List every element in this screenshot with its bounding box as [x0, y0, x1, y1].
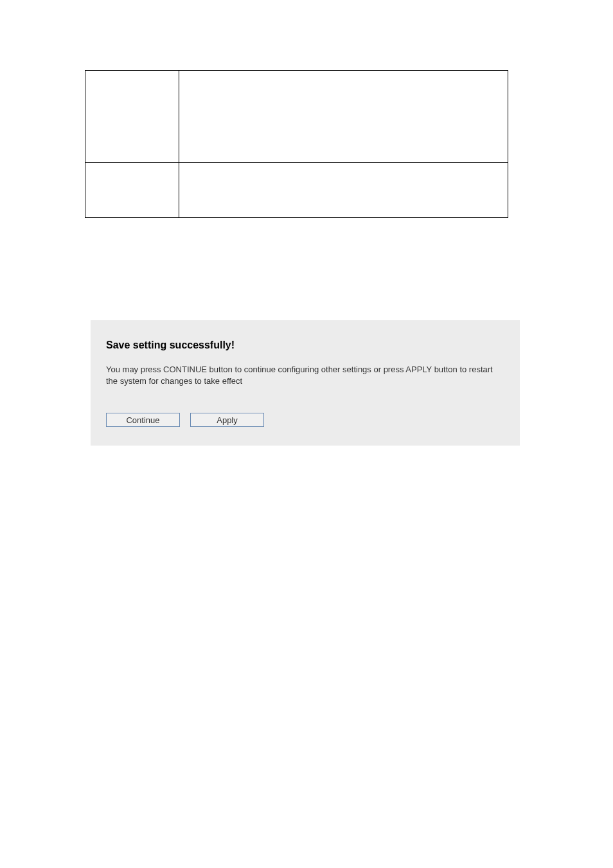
table-row — [85, 163, 508, 217]
apply-button[interactable]: Apply — [190, 413, 264, 427]
table-row — [85, 71, 508, 163]
table-cell-left — [85, 163, 179, 217]
panel-message: You may press CONTINUE button to continu… — [106, 364, 498, 387]
panel-title: Save setting successfully! — [106, 339, 504, 351]
confirmation-panel: Save setting successfully! You may press… — [91, 320, 520, 446]
table-cell-right — [179, 71, 508, 162]
table-cell-right — [179, 163, 508, 217]
button-row: Continue Apply — [106, 413, 504, 427]
table-cell-left — [85, 71, 179, 162]
continue-button[interactable]: Continue — [106, 413, 180, 427]
settings-table — [85, 70, 508, 218]
